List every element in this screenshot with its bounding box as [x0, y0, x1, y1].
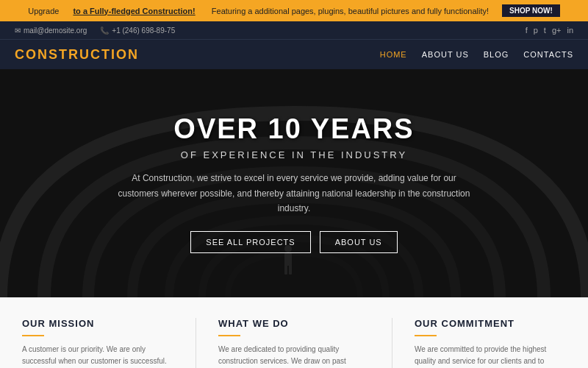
mission-title: OUR MISSION [22, 318, 173, 329]
svg-rect-3 [284, 252, 292, 266]
nav-blog[interactable]: BLOG [484, 50, 509, 59]
what-we-do-title: WHAT WE DO [218, 318, 370, 329]
phone-contact: 📞 +1 (246) 698-89-75 [100, 26, 175, 35]
banner-link[interactable]: to a Fully-fledged Construction! [73, 7, 195, 15]
mission-underline [22, 335, 44, 336]
mission-text: A customer is our priority. We are only … [22, 344, 173, 368]
hero-subtitle: OF EXPERIENCE IN THE INDUSTRY [110, 149, 478, 160]
hero-title: OVER 10 YEARS [110, 113, 478, 145]
mission-section: OUR MISSION A customer is our priority. … [22, 318, 173, 368]
svg-rect-5 [289, 264, 292, 275]
nav-contacts[interactable]: CONTACTS [523, 50, 573, 59]
pinterest-icon[interactable]: p [534, 26, 538, 35]
main-nav: HOME ABOUT US BLOG CONTACTS [380, 50, 573, 59]
header-main: CONSTRUCTION HOME ABOUT US BLOG CONTACTS [0, 40, 588, 69]
commitment-underline [415, 335, 437, 336]
about-us-button[interactable]: ABOUT US [320, 231, 398, 253]
site-logo[interactable]: CONSTRUCTION [15, 47, 139, 63]
what-we-do-text: We are dedicated to providing quality co… [218, 344, 370, 368]
hero-description: At Construction, we strive to excel in e… [110, 171, 478, 216]
what-we-do-underline [218, 335, 240, 336]
commitment-section: OUR COMMITMENT We are committed to provi… [415, 318, 566, 368]
see-projects-button[interactable]: SEE ALL PROJECTS [190, 231, 310, 253]
what-we-do-section: WHAT WE DO We are dedicated to providing… [218, 318, 370, 368]
bottom-sections: OUR MISSION A customer is our priority. … [0, 297, 588, 368]
instagram-icon[interactable]: in [567, 26, 573, 35]
shop-now-button[interactable]: SHOP NOW! [502, 4, 560, 17]
email-contact: ✉ mail@demosite.org [15, 26, 87, 35]
divider-1 [196, 318, 196, 368]
banner-pre-text: Upgrade [28, 7, 59, 15]
banner-post-text: Featuring a additional pages, plugins, b… [212, 7, 489, 15]
svg-rect-4 [284, 264, 287, 275]
hero-content: OVER 10 YEARS OF EXPERIENCE IN THE INDUS… [51, 113, 537, 252]
facebook-icon[interactable]: f [526, 26, 528, 35]
divider-2 [392, 318, 392, 368]
commitment-text: We are committed to provide the highest … [415, 344, 566, 368]
commitment-title: OUR COMMITMENT [415, 318, 566, 329]
email-icon: ✉ [15, 26, 21, 35]
contact-info: ✉ mail@demosite.org 📞 +1 (246) 698-89-75 [15, 26, 175, 35]
nav-home[interactable]: HOME [380, 50, 407, 59]
phone-icon: 📞 [100, 26, 109, 35]
googleplus-icon[interactable]: g+ [552, 26, 562, 35]
hero-section: OVER 10 YEARS OF EXPERIENCE IN THE INDUS… [0, 69, 588, 297]
header-contact-row: ✉ mail@demosite.org 📞 +1 (246) 698-89-75… [0, 21, 588, 40]
social-icons-group: f p t g+ in [526, 26, 573, 35]
nav-about[interactable]: ABOUT US [422, 50, 469, 59]
top-banner: Upgrade to a Fully-fledged Construction!… [0, 0, 588, 21]
hero-buttons: SEE ALL PROJECTS ABOUT US [110, 231, 478, 253]
twitter-icon[interactable]: t [544, 26, 546, 35]
